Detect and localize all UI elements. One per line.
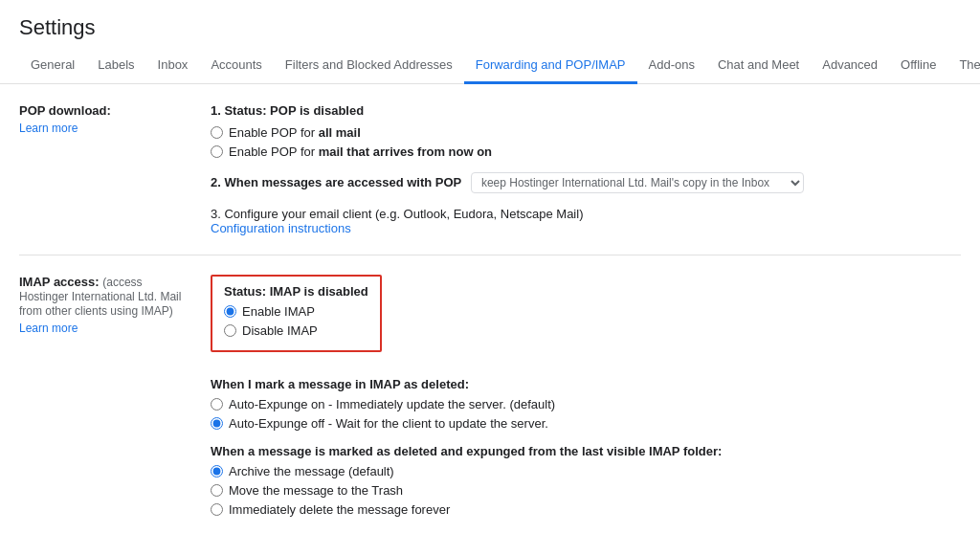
imap-section: IMAP access: (access Hostinger Internati… <box>19 255 961 533</box>
pop-section2-label: 2. When messages are accessed with POP <box>211 175 461 189</box>
pop-option1-text: Enable POP for all mail <box>229 125 361 140</box>
pop-label: POP download: Learn more <box>19 103 211 235</box>
imap-archive-radio[interactable] <box>211 465 223 477</box>
imap-delete-forever-radio[interactable] <box>211 503 223 516</box>
imap-delete-forever-option: Immediately delete the message forever <box>211 502 961 517</box>
tab-chat[interactable]: Chat and Meet <box>706 48 811 84</box>
tab-forwarding[interactable]: Forwarding and POP/IMAP <box>464 48 637 84</box>
pop-config-client: 3. Configure your email client (e.g. Out… <box>211 207 961 235</box>
tab-inbox[interactable]: Inbox <box>146 48 200 84</box>
imap-label: IMAP access: (access Hostinger Internati… <box>19 275 211 533</box>
pop-option2-text: Enable POP for mail that arrives from no… <box>229 144 492 159</box>
imap-auto-expunge-off: Auto-Expunge off - Wait for the client t… <box>211 416 961 431</box>
pop-config-instructions-link[interactable]: Configuration instructions <box>211 221 351 235</box>
tab-accounts[interactable]: Accounts <box>199 48 273 84</box>
pop-when-accessed: 2. When messages are accessed with POP k… <box>211 172 961 193</box>
imap-delete-forever-label: Immediately delete the message forever <box>229 502 450 517</box>
imap-autoexpunge-on-radio[interactable] <box>211 398 223 411</box>
imap-enable-label: Enable IMAP <box>242 304 315 319</box>
tab-addons[interactable]: Add-ons <box>637 48 706 84</box>
pop-option1-bold: all mail <box>319 125 361 140</box>
imap-expunged-section: When a message is marked as deleted and … <box>211 444 961 517</box>
pop-status-title: 1. Status: POP is disabled <box>211 103 961 118</box>
pop-dropdown[interactable]: keep Hostinger International Ltd. Mail's… <box>471 172 804 193</box>
imap-enable-option: Enable IMAP <box>224 304 368 319</box>
imap-status-box: Status: IMAP is disabled Enable IMAP Dis… <box>211 275 382 352</box>
imap-enable-radio[interactable] <box>224 305 236 318</box>
nav-tabs: General Labels Inbox Accounts Filters an… <box>0 48 980 84</box>
pop-radio-all[interactable] <box>211 126 223 139</box>
imap-autoexpunge-on-label: Auto-Expunge on - Immediately update the… <box>229 397 555 411</box>
pop-option2-bold: mail that arrives from now on <box>319 144 492 159</box>
imap-archive-option: Archive the message (default) <box>211 464 961 478</box>
tab-advanced[interactable]: Advanced <box>811 48 889 84</box>
tab-offline[interactable]: Offline <box>889 48 947 84</box>
pop-content: 1. Status: POP is disabled Enable POP fo… <box>211 103 961 235</box>
imap-autoexpunge-off-label: Auto-Expunge off - Wait for the client t… <box>229 416 548 431</box>
imap-autoexpunge-off-radio[interactable] <box>211 417 223 430</box>
imap-learn-more[interactable]: Learn more <box>19 322 191 335</box>
imap-trash-radio[interactable] <box>211 484 223 497</box>
imap-disable-option: Disable IMAP <box>224 323 368 338</box>
pop-section3-suffix: (e.g. Outlook, Eudora, Netscape Mail) <box>375 207 584 221</box>
imap-expunged-title: When a message is marked as deleted and … <box>211 444 961 458</box>
tab-filters[interactable]: Filters and Blocked Addresses <box>274 48 464 84</box>
imap-label-title: IMAP access: <box>19 275 100 289</box>
imap-trash-label: Move the message to the Trash <box>229 483 403 498</box>
tab-labels[interactable]: Labels <box>86 48 145 84</box>
tab-themes[interactable]: Themes <box>947 48 980 84</box>
pop-section: POP download: Learn more 1. Status: POP … <box>19 84 961 255</box>
pop-label-title: POP download: <box>19 103 111 118</box>
imap-deleted-title: When I mark a message in IMAP as deleted… <box>211 377 961 391</box>
tab-general[interactable]: General <box>19 48 86 84</box>
imap-trash-option: Move the message to the Trash <box>211 483 961 498</box>
pop-option1: Enable POP for all mail <box>211 125 961 140</box>
page-title: Settings <box>0 0 980 48</box>
imap-status-title: Status: IMAP is disabled <box>224 284 368 299</box>
imap-archive-label: Archive the message (default) <box>229 464 394 478</box>
pop-learn-more[interactable]: Learn more <box>19 122 191 135</box>
pop-section3-label: 3. Configure your email client <box>211 207 371 221</box>
imap-disable-radio[interactable] <box>224 324 236 337</box>
settings-content: POP download: Learn more 1. Status: POP … <box>0 84 980 533</box>
pop-option2: Enable POP for mail that arrives from no… <box>211 144 961 159</box>
imap-disable-label: Disable IMAP <box>242 323 318 338</box>
imap-auto-expunge-on: Auto-Expunge on - Immediately update the… <box>211 397 961 411</box>
imap-content: Status: IMAP is disabled Enable IMAP Dis… <box>211 275 961 533</box>
imap-deleted-section: When I mark a message in IMAP as deleted… <box>211 377 961 431</box>
pop-radio-now[interactable] <box>211 145 223 158</box>
